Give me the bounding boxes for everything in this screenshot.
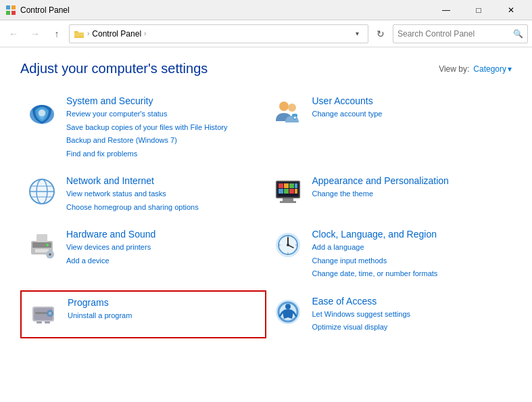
svg-rect-0 bbox=[6, 5, 10, 9]
svg-rect-17 bbox=[279, 183, 283, 188]
window-controls: — □ ✕ bbox=[431, 0, 527, 20]
svg-rect-30 bbox=[37, 234, 47, 242]
clock-language-title[interactable]: Clock, Language, and Region bbox=[312, 229, 438, 240]
category-appearance[interactable]: Appearance and Personalization Change th… bbox=[266, 170, 512, 218]
svg-rect-51 bbox=[37, 321, 42, 323]
ease-of-access-icon bbox=[272, 296, 304, 328]
minimize-button[interactable]: — bbox=[431, 0, 462, 20]
category-network-internet[interactable]: Network and Internet View network status… bbox=[20, 170, 266, 218]
svg-rect-23 bbox=[289, 189, 294, 194]
hardware-sound-link-1[interactable]: Add a device bbox=[66, 255, 155, 267]
system-security-link-0[interactable]: Review your computer's status bbox=[66, 108, 227, 120]
category-system-security[interactable]: System and Security Review your computer… bbox=[20, 90, 266, 164]
forward-button[interactable]: → bbox=[26, 24, 45, 43]
folder-icon bbox=[74, 28, 84, 39]
window-icon bbox=[5, 5, 16, 16]
search-button[interactable]: 🔍 bbox=[513, 29, 523, 39]
system-security-title[interactable]: System and Security bbox=[66, 95, 227, 106]
breadcrumb-control-panel: Control Panel bbox=[92, 29, 141, 39]
back-button[interactable]: ← bbox=[4, 24, 23, 43]
category-hardware-sound[interactable]: Hardware and Sound View devices and prin… bbox=[20, 223, 266, 285]
svg-rect-24 bbox=[295, 189, 297, 194]
svg-point-7 bbox=[288, 104, 296, 112]
hardware-sound-icon bbox=[26, 229, 58, 261]
programs-icon bbox=[27, 297, 59, 330]
view-by-label: View by: bbox=[439, 64, 469, 74]
appearance-title[interactable]: Appearance and Personalization bbox=[312, 175, 449, 186]
svg-rect-47 bbox=[35, 312, 49, 314]
window-title: Control Panel bbox=[20, 5, 431, 15]
clock-language-link-1[interactable]: Change input methods bbox=[312, 255, 438, 267]
clock-language-link-0[interactable]: Add a language bbox=[312, 242, 438, 253]
categories-grid: System and Security Review your computer… bbox=[20, 90, 512, 338]
breadcrumb: › Control Panel › bbox=[74, 28, 350, 39]
svg-rect-22 bbox=[284, 189, 289, 194]
category-programs[interactable]: Programs Uninstall a program bbox=[20, 290, 266, 338]
refresh-button[interactable]: ↻ bbox=[371, 24, 390, 43]
svg-point-6 bbox=[279, 102, 289, 111]
page-header: Adjust your computer's settings View by:… bbox=[20, 61, 512, 76]
svg-rect-1 bbox=[11, 5, 16, 9]
hardware-sound-link-0[interactable]: View devices and printers bbox=[66, 242, 155, 253]
svg-text:★: ★ bbox=[293, 115, 297, 120]
up-button[interactable]: ↑ bbox=[47, 24, 66, 43]
user-accounts-title[interactable]: User Accounts bbox=[312, 95, 383, 106]
svg-rect-19 bbox=[289, 183, 294, 188]
svg-rect-26 bbox=[280, 201, 296, 203]
user-accounts-link-0[interactable]: Change account type bbox=[312, 108, 383, 120]
svg-point-34 bbox=[46, 244, 49, 246]
ease-of-access-title[interactable]: Ease of Access bbox=[312, 296, 411, 307]
svg-rect-29 bbox=[35, 249, 49, 252]
view-by-container: View by: Category ▾ bbox=[439, 64, 512, 74]
svg-point-5 bbox=[39, 110, 45, 116]
view-by-value-text: Category bbox=[473, 64, 506, 74]
category-ease-of-access[interactable]: Ease of Access Let Windows suggest setti… bbox=[266, 290, 512, 338]
system-security-icon bbox=[26, 95, 58, 128]
category-user-accounts[interactable]: ★ User Accounts Change account type bbox=[266, 90, 512, 164]
maximize-button[interactable]: □ bbox=[463, 0, 494, 20]
view-by-dropdown[interactable]: Category ▾ bbox=[473, 64, 512, 74]
system-security-text: System and Security Review your computer… bbox=[66, 95, 227, 159]
system-security-link-1[interactable]: Save backup copies of your files with Fi… bbox=[66, 122, 227, 133]
address-dropdown-button[interactable]: ▾ bbox=[350, 27, 364, 41]
clock-language-link-2[interactable]: Change date, time, or number formats bbox=[312, 268, 438, 280]
main-content: Adjust your computer's settings View by:… bbox=[0, 47, 532, 402]
network-internet-title[interactable]: Network and Internet bbox=[66, 175, 199, 186]
page-title: Adjust your computer's settings bbox=[20, 61, 208, 76]
programs-link-0[interactable]: Uninstall a program bbox=[68, 310, 132, 321]
clock-language-icon bbox=[272, 229, 304, 261]
svg-point-33 bbox=[49, 254, 51, 255]
programs-text: Programs Uninstall a program bbox=[68, 297, 132, 321]
svg-rect-52 bbox=[45, 321, 50, 323]
user-accounts-text: User Accounts Change account type bbox=[312, 95, 383, 120]
system-security-link-2[interactable]: Backup and Restore (Windows 7) bbox=[66, 135, 227, 146]
programs-title[interactable]: Programs bbox=[68, 297, 132, 308]
system-security-link-3[interactable]: Find and fix problems bbox=[66, 148, 227, 160]
address-bar-input[interactable]: › Control Panel › ▾ bbox=[69, 24, 368, 43]
ease-of-access-text: Ease of Access Let Windows suggest setti… bbox=[312, 296, 411, 333]
svg-point-50 bbox=[49, 313, 51, 314]
close-button[interactable]: ✕ bbox=[495, 0, 527, 20]
svg-rect-18 bbox=[284, 183, 289, 188]
svg-point-14 bbox=[30, 179, 54, 204]
ease-of-access-link-1[interactable]: Optimize visual display bbox=[312, 321, 411, 333]
category-clock-language[interactable]: Clock, Language, and Region Add a langua… bbox=[266, 223, 512, 285]
svg-point-40 bbox=[287, 244, 289, 246]
search-input[interactable] bbox=[397, 29, 513, 39]
ease-of-access-link-0[interactable]: Let Windows suggest settings bbox=[312, 309, 411, 320]
network-internet-link-1[interactable]: Choose homegroup and sharing options bbox=[66, 202, 199, 213]
svg-rect-2 bbox=[6, 11, 10, 15]
svg-point-55 bbox=[285, 304, 291, 309]
appearance-icon bbox=[272, 175, 304, 208]
network-internet-link-0[interactable]: View network status and tasks bbox=[66, 188, 199, 200]
svg-rect-20 bbox=[295, 183, 297, 188]
appearance-link-0[interactable]: Change the theme bbox=[312, 188, 449, 200]
hardware-sound-title[interactable]: Hardware and Sound bbox=[66, 229, 155, 240]
clock-language-text: Clock, Language, and Region Add a langua… bbox=[312, 229, 438, 280]
address-bar: ← → ↑ › Control Panel › ▾ ↻ 🔍 bbox=[0, 20, 532, 47]
svg-rect-25 bbox=[283, 198, 293, 201]
title-bar: Control Panel — □ ✕ bbox=[0, 0, 532, 20]
search-box[interactable]: 🔍 bbox=[393, 24, 528, 43]
network-internet-icon bbox=[26, 175, 58, 208]
svg-rect-3 bbox=[11, 11, 16, 15]
